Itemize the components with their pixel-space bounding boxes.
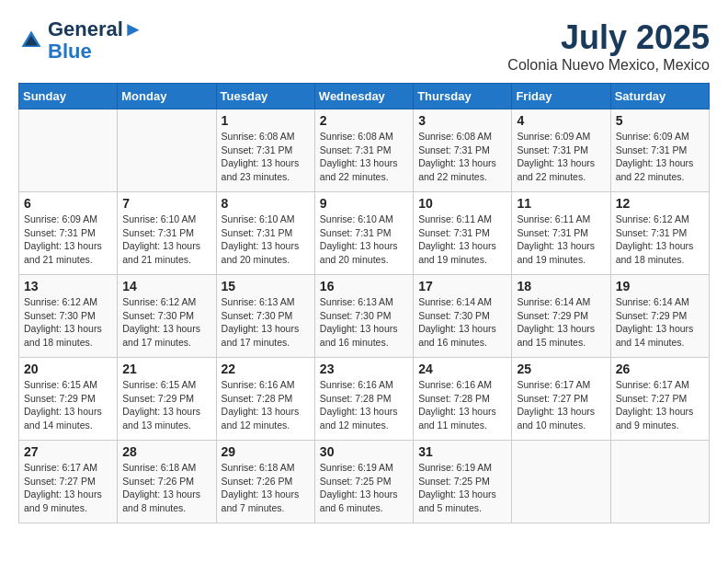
calendar-cell: 5Sunrise: 6:09 AM Sunset: 7:31 PM Daylig…: [610, 109, 709, 192]
day-number: 6: [24, 196, 112, 211]
day-number: 9: [320, 196, 408, 211]
cell-detail: Sunrise: 6:16 AM Sunset: 7:28 PM Dayligh…: [418, 378, 506, 432]
day-number: 14: [122, 279, 210, 293]
day-number: 31: [418, 444, 506, 459]
cell-detail: Sunrise: 6:17 AM Sunset: 7:27 PM Dayligh…: [24, 461, 112, 515]
cell-detail: Sunrise: 6:17 AM Sunset: 7:27 PM Dayligh…: [616, 378, 704, 432]
cell-detail: Sunrise: 6:10 AM Sunset: 7:31 PM Dayligh…: [122, 213, 210, 267]
calendar-cell: 31Sunrise: 6:19 AM Sunset: 7:25 PM Dayli…: [414, 441, 512, 523]
calendar-cell: 7Sunrise: 6:10 AM Sunset: 7:31 PM Daylig…: [118, 192, 216, 275]
calendar-cell: 15Sunrise: 6:13 AM Sunset: 7:30 PM Dayli…: [216, 275, 314, 358]
day-number: 3: [418, 113, 506, 128]
day-number: 2: [320, 113, 408, 128]
logo-text: General► Blue: [48, 18, 143, 63]
cell-detail: Sunrise: 6:14 AM Sunset: 7:29 PM Dayligh…: [517, 295, 605, 350]
cell-detail: Sunrise: 6:08 AM Sunset: 7:31 PM Dayligh…: [222, 130, 310, 184]
calendar-cell: 14Sunrise: 6:12 AM Sunset: 7:30 PM Dayli…: [118, 275, 216, 358]
cell-detail: Sunrise: 6:16 AM Sunset: 7:28 PM Dayligh…: [222, 378, 310, 432]
day-number: 8: [222, 196, 310, 211]
calendar-cell: 16Sunrise: 6:13 AM Sunset: 7:30 PM Dayli…: [314, 275, 413, 358]
day-number: 17: [418, 279, 506, 293]
cell-detail: Sunrise: 6:16 AM Sunset: 7:28 PM Dayligh…: [320, 378, 408, 432]
week-row-2: 6Sunrise: 6:09 AM Sunset: 7:31 PM Daylig…: [19, 192, 710, 275]
day-number: 22: [222, 362, 310, 376]
cell-detail: Sunrise: 6:14 AM Sunset: 7:30 PM Dayligh…: [418, 295, 506, 350]
month-title: July 2025: [507, 18, 710, 57]
day-number: 23: [320, 362, 408, 376]
calendar-cell: 4Sunrise: 6:09 AM Sunset: 7:31 PM Daylig…: [512, 109, 610, 192]
calendar-cell: 26Sunrise: 6:17 AM Sunset: 7:27 PM Dayli…: [610, 358, 709, 441]
calendar-cell: 19Sunrise: 6:14 AM Sunset: 7:29 PM Dayli…: [610, 275, 709, 358]
day-number: 27: [24, 444, 112, 459]
calendar-cell: 1Sunrise: 6:08 AM Sunset: 7:31 PM Daylig…: [216, 109, 314, 192]
calendar-cell: [610, 441, 709, 523]
day-number: 16: [320, 279, 408, 293]
day-number: 18: [517, 279, 605, 293]
day-number: 10: [418, 196, 506, 211]
day-number: 21: [122, 362, 210, 376]
cell-detail: Sunrise: 6:09 AM Sunset: 7:31 PM Dayligh…: [24, 213, 112, 267]
weekday-header-sunday: Sunday: [19, 84, 118, 109]
day-number: 13: [24, 279, 112, 293]
cell-detail: Sunrise: 6:10 AM Sunset: 7:31 PM Dayligh…: [222, 213, 310, 267]
calendar-table: SundayMondayTuesdayWednesdayThursdayFrid…: [18, 83, 710, 523]
weekday-header-friday: Friday: [512, 84, 610, 109]
day-number: 28: [122, 444, 210, 459]
calendar-cell: 20Sunrise: 6:15 AM Sunset: 7:29 PM Dayli…: [19, 358, 118, 441]
cell-detail: Sunrise: 6:19 AM Sunset: 7:25 PM Dayligh…: [320, 461, 408, 515]
calendar-cell: [512, 441, 610, 523]
calendar-cell: [19, 109, 118, 192]
title-block: July 2025 Colonia Nuevo Mexico, Mexico: [507, 18, 710, 74]
cell-detail: Sunrise: 6:13 AM Sunset: 7:30 PM Dayligh…: [320, 295, 408, 350]
cell-detail: Sunrise: 6:12 AM Sunset: 7:31 PM Dayligh…: [616, 213, 704, 267]
calendar-cell: [118, 109, 216, 192]
day-number: 7: [122, 196, 210, 211]
calendar-cell: 10Sunrise: 6:11 AM Sunset: 7:31 PM Dayli…: [414, 192, 512, 275]
cell-detail: Sunrise: 6:08 AM Sunset: 7:31 PM Dayligh…: [320, 130, 408, 184]
calendar-cell: 24Sunrise: 6:16 AM Sunset: 7:28 PM Dayli…: [414, 358, 512, 441]
cell-detail: Sunrise: 6:09 AM Sunset: 7:31 PM Dayligh…: [616, 130, 704, 184]
calendar-cell: 6Sunrise: 6:09 AM Sunset: 7:31 PM Daylig…: [19, 192, 118, 275]
cell-detail: Sunrise: 6:10 AM Sunset: 7:31 PM Dayligh…: [320, 213, 408, 267]
day-number: 30: [320, 444, 408, 459]
cell-detail: Sunrise: 6:08 AM Sunset: 7:31 PM Dayligh…: [418, 130, 506, 184]
calendar-cell: 23Sunrise: 6:16 AM Sunset: 7:28 PM Dayli…: [314, 358, 413, 441]
day-number: 15: [222, 279, 310, 293]
day-number: 11: [517, 196, 605, 211]
calendar-cell: 8Sunrise: 6:10 AM Sunset: 7:31 PM Daylig…: [216, 192, 314, 275]
logo-icon: [18, 28, 44, 53]
calendar-cell: 9Sunrise: 6:10 AM Sunset: 7:31 PM Daylig…: [314, 192, 413, 275]
location: Colonia Nuevo Mexico, Mexico: [507, 57, 710, 74]
cell-detail: Sunrise: 6:15 AM Sunset: 7:29 PM Dayligh…: [24, 378, 112, 432]
calendar-cell: 3Sunrise: 6:08 AM Sunset: 7:31 PM Daylig…: [414, 109, 512, 192]
calendar-cell: 21Sunrise: 6:15 AM Sunset: 7:29 PM Dayli…: [118, 358, 216, 441]
weekday-header-wednesday: Wednesday: [314, 84, 413, 109]
weekday-header-monday: Monday: [118, 84, 216, 109]
week-row-4: 20Sunrise: 6:15 AM Sunset: 7:29 PM Dayli…: [19, 358, 710, 441]
weekday-header-tuesday: Tuesday: [216, 84, 314, 109]
weekday-header-saturday: Saturday: [610, 84, 709, 109]
calendar-cell: 2Sunrise: 6:08 AM Sunset: 7:31 PM Daylig…: [314, 109, 413, 192]
week-row-3: 13Sunrise: 6:12 AM Sunset: 7:30 PM Dayli…: [19, 275, 710, 358]
cell-detail: Sunrise: 6:15 AM Sunset: 7:29 PM Dayligh…: [122, 378, 210, 432]
calendar-cell: 18Sunrise: 6:14 AM Sunset: 7:29 PM Dayli…: [512, 275, 610, 358]
cell-detail: Sunrise: 6:11 AM Sunset: 7:31 PM Dayligh…: [517, 213, 605, 267]
day-number: 24: [418, 362, 506, 376]
day-number: 19: [616, 279, 704, 293]
cell-detail: Sunrise: 6:09 AM Sunset: 7:31 PM Dayligh…: [517, 130, 605, 184]
day-number: 29: [222, 444, 310, 459]
cell-detail: Sunrise: 6:19 AM Sunset: 7:25 PM Dayligh…: [418, 461, 506, 515]
cell-detail: Sunrise: 6:11 AM Sunset: 7:31 PM Dayligh…: [418, 213, 506, 267]
day-number: 20: [24, 362, 112, 376]
calendar-cell: 22Sunrise: 6:16 AM Sunset: 7:28 PM Dayli…: [216, 358, 314, 441]
calendar-cell: 17Sunrise: 6:14 AM Sunset: 7:30 PM Dayli…: [414, 275, 512, 358]
day-number: 4: [517, 113, 605, 128]
day-number: 5: [616, 113, 704, 128]
week-row-5: 27Sunrise: 6:17 AM Sunset: 7:27 PM Dayli…: [19, 441, 710, 523]
weekday-header-thursday: Thursday: [414, 84, 512, 109]
cell-detail: Sunrise: 6:17 AM Sunset: 7:27 PM Dayligh…: [517, 378, 605, 432]
day-number: 26: [616, 362, 704, 376]
calendar-cell: 29Sunrise: 6:18 AM Sunset: 7:26 PM Dayli…: [216, 441, 314, 523]
calendar-cell: 11Sunrise: 6:11 AM Sunset: 7:31 PM Dayli…: [512, 192, 610, 275]
cell-detail: Sunrise: 6:12 AM Sunset: 7:30 PM Dayligh…: [24, 295, 112, 350]
